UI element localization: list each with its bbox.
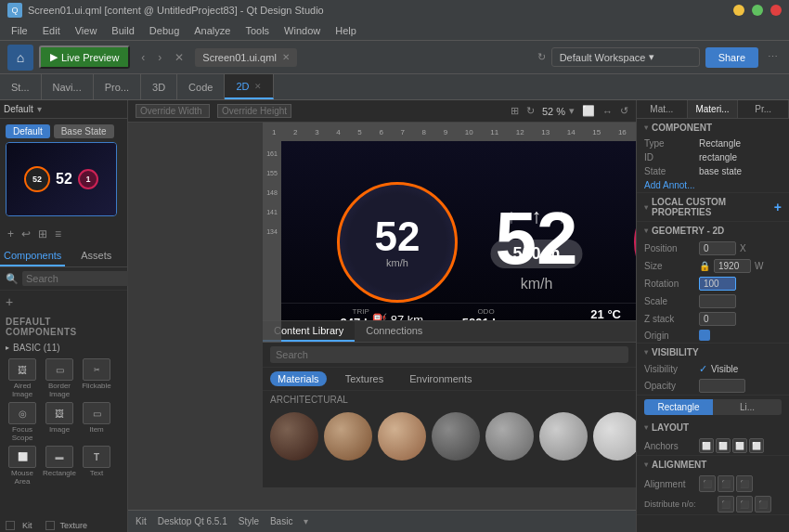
state-chevron[interactable]: ▾	[37, 104, 42, 114]
zstack-input[interactable]	[699, 312, 736, 326]
menu-tools[interactable]: Tools	[238, 23, 277, 38]
layout-header[interactable]: ▾ LAYOUT	[637, 419, 789, 436]
override-height-input[interactable]	[217, 104, 291, 118]
align-left[interactable]: ⬛	[699, 475, 716, 492]
scale-input[interactable]	[699, 294, 736, 308]
undo-icon[interactable]: ↩	[19, 226, 32, 242]
li-tab[interactable]: Li...	[713, 399, 782, 415]
components-tab[interactable]: Components	[0, 246, 65, 266]
basic-subsection[interactable]: ▸ BASIC (11)	[0, 341, 127, 355]
tab-navi[interactable]: Navi...	[42, 74, 94, 99]
comp-focus-scope[interactable]: ◎ Focus Scope	[6, 402, 39, 442]
visibility-check[interactable]: ✓	[699, 363, 707, 375]
tab-3d[interactable]: 3D	[141, 74, 177, 99]
file-tab-close[interactable]: ✕	[282, 52, 290, 62]
add-icon[interactable]: +	[6, 226, 16, 242]
anchor-btn-1[interactable]: ⬜	[699, 438, 714, 453]
textures-tab[interactable]: Textures	[338, 371, 392, 386]
geometry-header[interactable]: ▾ GEOMETRY - 2D	[637, 222, 789, 240]
comp-kit[interactable]	[6, 521, 15, 530]
mat-item-3[interactable]	[378, 412, 426, 461]
comp-rectangle[interactable]: ▬ Rectangle	[43, 446, 76, 486]
tab-2d[interactable]: 2D ✕	[225, 74, 274, 99]
anchor-btn-4[interactable]: ⬜	[749, 438, 764, 453]
visibility-header[interactable]: ▾ VISIBILITY	[637, 344, 789, 361]
menu-file[interactable]: File	[4, 23, 35, 38]
mat-item-4[interactable]	[432, 412, 480, 461]
canvas-icon-5[interactable]: ↺	[620, 105, 628, 117]
pos-x-input[interactable]	[699, 241, 736, 255]
menu-window[interactable]: Window	[277, 23, 328, 38]
materi-tab[interactable]: Materi...	[688, 100, 739, 118]
bottom-chevron[interactable]: ▾	[304, 516, 308, 526]
comp-mouse-area[interactable]: ⬜ Mouse Area	[6, 446, 39, 486]
library-search-input[interactable]	[270, 346, 628, 363]
add-property-button[interactable]: +	[774, 200, 782, 214]
zoom-chevron[interactable]: ▾	[569, 105, 575, 117]
menu-analyze[interactable]: Analyze	[187, 23, 238, 38]
tab-pro[interactable]: Pro...	[94, 74, 141, 99]
tab-st[interactable]: St...	[0, 74, 42, 99]
base-state-btn[interactable]: Base State	[54, 124, 114, 138]
nav-close[interactable]: ✕	[169, 47, 189, 68]
nav-forward[interactable]: ›	[152, 47, 167, 68]
list-icon[interactable]: ≡	[53, 226, 63, 242]
workspace-selector[interactable]: Default Workspace ▾	[551, 47, 700, 67]
anchor-btn-3[interactable]: ⬜	[732, 438, 747, 453]
add-annotation-button[interactable]: Add Annot...	[637, 178, 789, 192]
component-section-header[interactable]: ▾ COMPONENT	[637, 119, 789, 136]
anchor-btn-2[interactable]: ⬜	[716, 438, 731, 453]
close-button[interactable]	[770, 5, 782, 16]
dist-btn-2[interactable]: ⬛	[736, 496, 753, 513]
minimize-button[interactable]	[733, 5, 744, 16]
comp-aired-image[interactable]: 🖼 AiredImage	[6, 358, 39, 398]
nav-back[interactable]: ‹	[136, 47, 150, 68]
comp-border-image[interactable]: ▭ Border Image	[43, 358, 76, 398]
menu-debug[interactable]: Debug	[142, 23, 187, 38]
comp-text[interactable]: T Text	[80, 446, 113, 486]
refresh-icon[interactable]: ↻	[537, 51, 546, 63]
rotation-input[interactable]	[699, 277, 736, 291]
local-custom-header[interactable]: ▾ LOCAL CUSTOM PROPERTIES +	[637, 193, 789, 221]
canvas-icon-2[interactable]: ↻	[526, 105, 535, 117]
tab-code[interactable]: Code	[177, 74, 225, 99]
connections-tab[interactable]: Connections	[355, 321, 433, 342]
materials-tab[interactable]: Materials	[270, 371, 327, 386]
canvas-icon-4[interactable]: ↔	[602, 106, 613, 117]
align-center-h[interactable]: ⬛	[718, 475, 734, 492]
style-value[interactable]: Basic	[270, 516, 292, 526]
comp-image[interactable]: 🖼 Image	[43, 402, 76, 442]
grid-icon[interactable]: ⊞	[36, 226, 49, 242]
mat-item-5[interactable]	[485, 412, 534, 461]
pr-tab[interactable]: Pr...	[738, 100, 789, 118]
home-button[interactable]: ⌂	[7, 45, 33, 71]
menu-build[interactable]: Build	[104, 23, 141, 38]
zoom-control[interactable]: 52 % ▾	[542, 105, 575, 117]
mat-item-7[interactable]	[593, 412, 636, 461]
override-width-input[interactable]	[136, 104, 210, 118]
add-component-button[interactable]: +	[0, 291, 127, 313]
share-button[interactable]: Share	[705, 47, 758, 68]
align-right[interactable]: ⬛	[736, 475, 753, 492]
canvas-content[interactable]: 12345678910111213141516 161155148141134 …	[128, 123, 636, 510]
mat-item-2[interactable]	[324, 412, 372, 461]
opacity-input[interactable]	[699, 379, 745, 393]
mat-item-1[interactable]	[270, 412, 318, 461]
menu-view[interactable]: View	[68, 23, 105, 38]
platform-selector[interactable]: Desktop Qt 6.5.1	[158, 516, 227, 526]
canvas-icon-3[interactable]: ⬜	[582, 105, 595, 117]
default-state-btn[interactable]: Default	[6, 124, 50, 138]
canvas-icon-1[interactable]: ⊞	[511, 105, 519, 117]
environments-tab[interactable]: Environments	[402, 371, 479, 386]
dist-btn-1[interactable]: ⬛	[718, 496, 734, 513]
mat-item-6[interactable]	[539, 412, 588, 461]
live-preview-button[interactable]: ▶ Live Preview	[39, 45, 130, 69]
rectangle-tab[interactable]: Rectangle	[644, 399, 713, 415]
menu-help[interactable]: Help	[328, 23, 364, 38]
menu-edit[interactable]: Edit	[35, 23, 68, 38]
assets-tab[interactable]: Assets	[65, 246, 127, 266]
maximize-button[interactable]	[752, 5, 763, 16]
comp-flickable[interactable]: ✂ Flickable	[80, 358, 113, 398]
alignment-header[interactable]: ▾ ALIGNMENT	[637, 456, 789, 474]
size-w-input[interactable]	[714, 259, 751, 273]
